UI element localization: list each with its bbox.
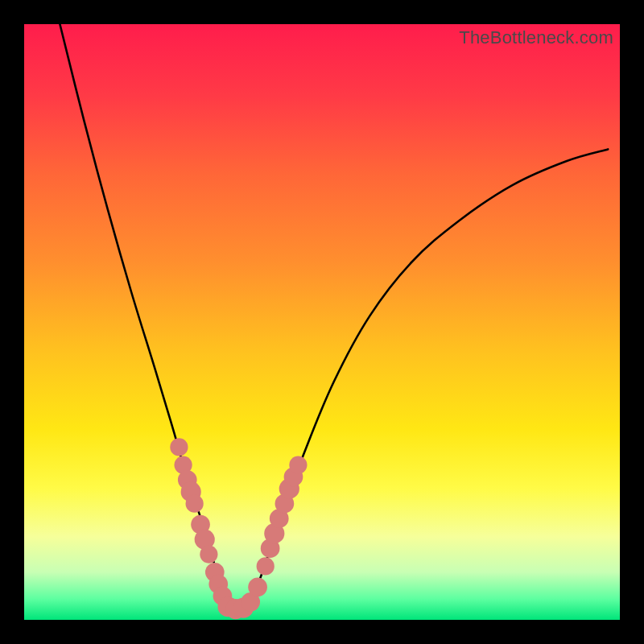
- data-bead: [170, 438, 188, 456]
- data-bead: [257, 557, 275, 575]
- watermark-text: TheBottleneck.com: [459, 27, 613, 48]
- curve-layer: [24, 24, 620, 620]
- right-arm-path: [250, 149, 608, 601]
- plot-area: TheBottleneck.com: [24, 24, 620, 620]
- data-bead: [200, 546, 217, 564]
- chart-stage: TheBottleneck.com: [0, 0, 644, 644]
- data-bead: [186, 495, 204, 513]
- bead-layer: [170, 438, 307, 619]
- data-bead: [248, 577, 267, 597]
- data-bead: [289, 456, 307, 474]
